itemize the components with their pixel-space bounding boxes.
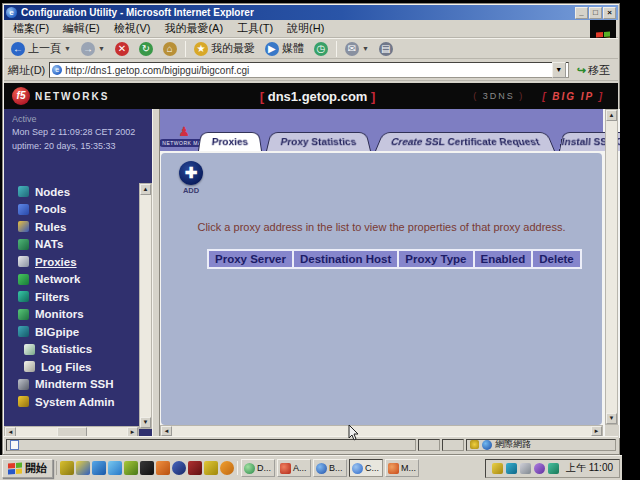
nav-item-statistics[interactable]: Statistics <box>4 341 139 359</box>
history-icon: ◷ <box>314 42 328 56</box>
taskbar-window-button[interactable]: M... <box>385 459 419 477</box>
scroll-down-icon[interactable]: ▼ <box>606 413 617 424</box>
stop-icon: ✕ <box>115 42 129 56</box>
toolbar: ← 上一頁 ▼ → ▼ ✕ ↻ ⌂ ★ 我的最愛 ▶ <box>4 38 618 59</box>
app-icon <box>316 463 327 474</box>
mail-button[interactable]: ✉ ▼ <box>341 41 373 57</box>
nav-item-system-admin[interactable]: System Admin <box>4 393 139 411</box>
monitors-icon <box>18 309 29 320</box>
quick-launch-icon[interactable] <box>188 461 202 475</box>
refresh-button[interactable]: ↻ <box>135 41 157 57</box>
taskbar-window-button[interactable]: D... <box>241 459 275 477</box>
main-vertical-scrollbar[interactable]: ▲ ▼ <box>605 109 618 425</box>
nav-item-monitors[interactable]: Monitors <box>4 306 139 324</box>
history-button[interactable]: ◷ <box>310 41 332 57</box>
security-zone-panel: 網際網路 <box>466 439 616 451</box>
menu-view[interactable]: 檢視(V) <box>107 19 158 38</box>
taskbar-window-button[interactable]: A... <box>277 459 311 477</box>
start-button[interactable]: 開始 <box>2 459 53 478</box>
back-dropdown-icon[interactable]: ▼ <box>64 45 71 52</box>
quick-launch-icon[interactable] <box>140 461 154 475</box>
address-field[interactable]: e ▼ <box>49 62 569 78</box>
tray-icon[interactable] <box>534 463 545 474</box>
quick-launch-icon[interactable] <box>124 461 138 475</box>
nav-item-nats[interactable]: NATs <box>4 236 139 254</box>
home-button[interactable]: ⌂ <box>159 41 181 57</box>
forward-dropdown-icon[interactable]: ▼ <box>98 45 105 52</box>
quick-launch-icon[interactable] <box>204 461 218 475</box>
nodes-icon <box>18 186 29 197</box>
system-admin-icon <box>18 396 29 407</box>
favorites-button[interactable]: ★ 我的最愛 <box>190 40 259 57</box>
tray-icon[interactable] <box>506 463 517 474</box>
taskbar-window-button[interactable]: B... <box>313 459 347 477</box>
app-icon <box>244 463 255 474</box>
scroll-up-icon[interactable]: ▲ <box>606 110 617 121</box>
go-button[interactable]: ↪ 移至 <box>573 62 614 79</box>
title-bar[interactable]: e Configuration Utility - Microsoft Inte… <box>4 5 618 20</box>
taskbar-window-button-active[interactable]: C... <box>349 459 383 477</box>
scroll-left-icon[interactable]: ◄ <box>161 426 172 436</box>
page-icon: e <box>52 65 62 75</box>
nats-icon <box>18 239 29 250</box>
main-frame: ♟ NETWORK MAP Proxies Proxy Statistics C… <box>160 109 620 438</box>
nav-item-network[interactable]: Network <box>4 271 139 289</box>
quick-launch-icon[interactable] <box>220 461 234 475</box>
quick-launch-icon[interactable] <box>76 461 90 475</box>
ie-window: e Configuration Utility - Microsoft Inte… <box>2 3 620 455</box>
tab-create-ssl-certificate-request[interactable]: Create SSL Certificate Request <box>375 132 555 151</box>
scroll-up-icon[interactable]: ▲ <box>140 184 151 195</box>
address-dropdown-icon[interactable]: ▼ <box>552 62 566 78</box>
taskbar: 開始 D... A... B... <box>0 455 622 480</box>
add-proxy-button[interactable]: ✚ ADD <box>171 161 211 195</box>
nav-item-filters[interactable]: Filters <box>4 288 139 306</box>
home-icon: ⌂ <box>163 42 177 56</box>
status-uptime: uptime: 20 days, 15:35:33 <box>12 141 152 151</box>
scroll-down-icon[interactable]: ▼ <box>140 417 151 428</box>
tab-proxy-statistics[interactable]: Proxy Statistics <box>266 132 371 151</box>
nav-item-log-files[interactable]: Log Files <box>4 358 139 376</box>
nav-item-pools[interactable]: Pools <box>4 201 139 219</box>
back-button[interactable]: ← 上一頁 ▼ <box>7 40 75 57</box>
menu-help[interactable]: 說明(H) <box>280 19 331 38</box>
taskbar-clock[interactable]: 上午 11:00 <box>566 461 613 475</box>
menu-edit[interactable]: 編輯(E) <box>56 19 107 38</box>
quick-launch-icon[interactable] <box>92 461 106 475</box>
proxies-icon <box>18 256 29 267</box>
app-icon <box>388 463 399 474</box>
nav-item-bigpipe[interactable]: BIGpipe <box>4 323 139 341</box>
menu-favorites[interactable]: 我的最愛(A) <box>157 19 230 38</box>
column-header-delete: Delete <box>532 250 581 268</box>
mail-dropdown-icon[interactable]: ▼ <box>362 45 369 52</box>
tab-proxies[interactable]: Proxies <box>198 132 262 151</box>
tray-icon[interactable] <box>548 463 559 474</box>
add-plus-icon: ✚ <box>179 161 203 185</box>
nav-item-proxies[interactable]: Proxies <box>4 253 139 271</box>
maximize-button[interactable]: □ <box>589 7 602 19</box>
stop-button[interactable]: ✕ <box>111 41 133 57</box>
menu-tools[interactable]: 工具(T) <box>230 19 280 38</box>
nav-item-nodes[interactable]: Nodes <box>4 183 139 201</box>
sidebar-vertical-scrollbar[interactable]: ▲ ▼ <box>139 183 152 429</box>
address-input[interactable] <box>65 65 549 76</box>
print-button[interactable]: ▤ <box>375 41 397 57</box>
close-button[interactable]: × <box>603 7 616 19</box>
quick-launch-icon[interactable] <box>60 461 74 475</box>
tray-volume-icon[interactable] <box>492 463 503 474</box>
nav-item-rules[interactable]: Rules <box>4 218 139 236</box>
network-icon <box>18 274 29 285</box>
forward-button[interactable]: → ▼ <box>77 41 109 57</box>
f5-brand-text: NETWORKS <box>35 91 109 102</box>
quick-launch-icon[interactable] <box>108 461 122 475</box>
quick-launch-icon[interactable] <box>172 461 186 475</box>
menu-file[interactable]: 檔案(F) <box>6 19 56 38</box>
quick-launch-icon[interactable] <box>156 461 170 475</box>
frame-divider[interactable] <box>152 109 160 438</box>
tray-display-icon[interactable] <box>520 463 531 474</box>
scroll-right-icon[interactable]: ► <box>591 426 602 436</box>
back-icon: ← <box>11 42 25 56</box>
nav-item-mindterm-ssh[interactable]: Mindterm SSH <box>4 376 139 394</box>
column-header-enabled: Enabled <box>474 250 533 268</box>
media-button[interactable]: ▶ 媒體 <box>261 40 308 57</box>
minimize-button[interactable]: _ <box>575 7 588 19</box>
